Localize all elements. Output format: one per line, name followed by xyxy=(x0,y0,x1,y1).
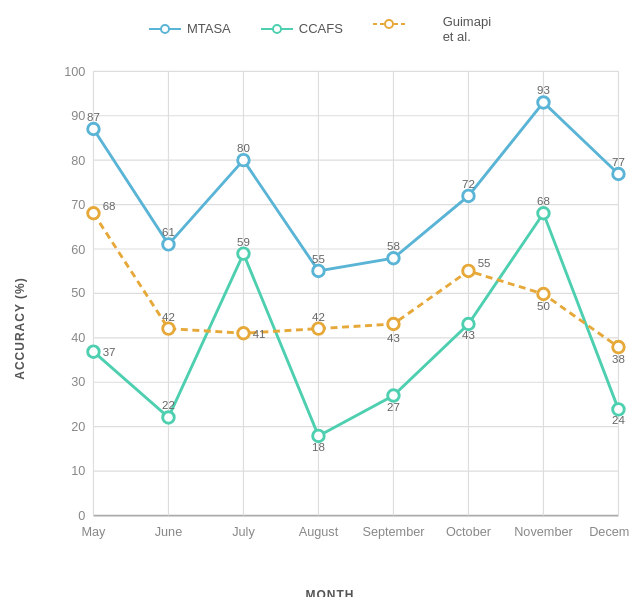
svg-text:90: 90 xyxy=(71,108,85,122)
svg-text:30: 30 xyxy=(71,375,85,389)
svg-text:August: August xyxy=(299,525,339,539)
svg-text:July: July xyxy=(232,525,255,539)
svg-text:43: 43 xyxy=(387,332,400,344)
dot-mtasa-4 xyxy=(388,252,400,264)
svg-text:38: 38 xyxy=(612,353,625,365)
x-axis-label: MONTH xyxy=(30,588,630,597)
dot-mtasa-7 xyxy=(613,168,625,180)
svg-text:10: 10 xyxy=(71,464,85,478)
dot-guimapi-4 xyxy=(388,318,400,330)
svg-text:22: 22 xyxy=(162,399,175,411)
chart-container: MTASA CCAFS Guimapi et al. ACCURACY (%) xyxy=(10,14,630,584)
svg-text:June: June xyxy=(155,525,183,539)
svg-text:40: 40 xyxy=(71,331,85,345)
svg-text:24: 24 xyxy=(612,414,625,426)
chart-area: ACCURACY (%) .grid-line { stroke: #ddd; … xyxy=(10,54,630,598)
dot-mtasa-6 xyxy=(538,96,550,108)
dot-mtasa-1 xyxy=(163,238,175,250)
svg-text:November: November xyxy=(514,525,573,539)
dot-mtasa-0 xyxy=(88,123,100,135)
dot-guimapi-6 xyxy=(538,288,550,300)
svg-text:September: September xyxy=(362,525,425,539)
svg-text:41: 41 xyxy=(253,327,266,339)
svg-text:100: 100 xyxy=(64,64,85,78)
legend-item-mtasa: MTASA xyxy=(149,21,231,36)
svg-text:59: 59 xyxy=(237,235,250,247)
legend: MTASA CCAFS Guimapi et al. xyxy=(149,14,491,44)
svg-text:55: 55 xyxy=(478,257,491,269)
svg-point-5 xyxy=(385,20,393,28)
svg-text:68: 68 xyxy=(537,195,550,207)
svg-text:87: 87 xyxy=(87,110,100,122)
svg-text:0: 0 xyxy=(78,509,85,523)
svg-text:May: May xyxy=(81,525,106,539)
dot-guimapi-2 xyxy=(238,327,250,339)
svg-text:72: 72 xyxy=(462,177,475,189)
dot-ccafs-1 xyxy=(163,411,175,423)
dot-mtasa-3 xyxy=(313,265,325,277)
svg-text:37: 37 xyxy=(103,346,116,358)
svg-text:93: 93 xyxy=(537,84,550,96)
chart-svg: .grid-line { stroke: #ddd; stroke-width:… xyxy=(30,54,630,585)
svg-text:58: 58 xyxy=(387,240,400,252)
svg-text:December: December xyxy=(589,525,630,539)
svg-text:50: 50 xyxy=(71,286,85,300)
dot-mtasa-5 xyxy=(463,190,475,202)
legend-label-mtasa: MTASA xyxy=(187,21,231,36)
svg-text:61: 61 xyxy=(162,226,175,238)
legend-label-ccafs: CCAFS xyxy=(299,21,343,36)
y-axis-label: ACCURACY (%) xyxy=(10,54,30,598)
dot-guimapi-5 xyxy=(463,265,475,277)
svg-text:43: 43 xyxy=(462,328,475,340)
svg-text:October: October xyxy=(446,525,492,539)
svg-point-3 xyxy=(273,25,281,33)
dot-guimapi-7 xyxy=(613,341,625,353)
legend-item-ccafs: CCAFS xyxy=(261,21,343,36)
svg-point-1 xyxy=(161,25,169,33)
dot-guimapi-0 xyxy=(88,207,100,219)
svg-text:18: 18 xyxy=(312,440,325,452)
dot-ccafs-0 xyxy=(88,345,100,357)
dot-guimapi-3 xyxy=(313,322,325,334)
svg-text:77: 77 xyxy=(612,155,625,167)
svg-text:20: 20 xyxy=(71,420,85,434)
dot-mtasa-2 xyxy=(238,154,250,166)
chart-inner: .grid-line { stroke: #ddd; stroke-width:… xyxy=(30,54,630,598)
legend-label-guimapi: Guimapi et al. xyxy=(443,14,491,44)
svg-text:42: 42 xyxy=(312,310,325,322)
svg-text:80: 80 xyxy=(71,153,85,167)
svg-text:27: 27 xyxy=(387,400,400,412)
svg-text:60: 60 xyxy=(71,242,85,256)
svg-text:55: 55 xyxy=(312,252,325,264)
legend-item-guimapi: Guimapi et al. xyxy=(373,14,491,44)
svg-text:80: 80 xyxy=(237,142,250,154)
svg-text:70: 70 xyxy=(71,197,85,211)
dot-ccafs-2 xyxy=(238,247,250,259)
dot-guimapi-1 xyxy=(163,322,175,334)
svg-text:68: 68 xyxy=(103,199,116,211)
svg-text:42: 42 xyxy=(162,310,175,322)
svg-text:50: 50 xyxy=(537,300,550,312)
dot-ccafs-6 xyxy=(538,207,550,219)
